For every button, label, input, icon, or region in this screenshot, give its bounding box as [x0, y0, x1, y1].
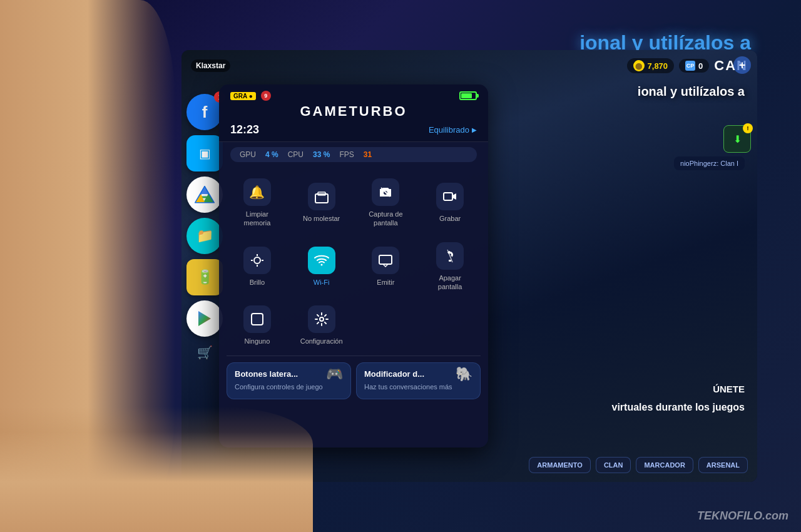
cast-label: Emitir [377, 278, 394, 287]
control-none[interactable]: Ninguno [227, 299, 288, 350]
cp-display: CP 0 [679, 59, 709, 73]
control-screen-off[interactable]: Apagarpantalla [419, 236, 481, 297]
gpu-label: GPU [240, 150, 256, 159]
side-buttons-icon: 🎮 [326, 366, 343, 382]
play-store-icon [195, 309, 214, 328]
control-no-disturb[interactable]: No molestar [291, 172, 352, 233]
cp-value: 0 [698, 61, 703, 71]
game-hud-bottom: ARMAMENTO CLAN MARCADOR ARSENAL [181, 448, 757, 482]
svg-point-42 [320, 317, 324, 321]
download-icon: ⬇ [733, 133, 742, 145]
control-screenshot[interactable]: Captura depantalla [355, 172, 417, 233]
virtual-text: virtuales durante los juegos [612, 402, 745, 413]
svg-rect-29 [444, 193, 452, 200]
gt-topbar: GRA ● 9 [230, 91, 477, 101]
app-google-drive[interactable] [186, 176, 223, 213]
side-buttons-desc: Configura controles de juego [235, 382, 343, 392]
cpu-value: 33 % [313, 150, 330, 159]
record-label: Grabar [439, 214, 461, 223]
control-wifi[interactable]: Wi-Fi [291, 236, 352, 297]
brightness-icon [243, 247, 271, 274]
control-record[interactable]: Grabar [419, 172, 481, 233]
gpu-value: 4 % [265, 150, 278, 159]
plus-button[interactable]: + [733, 56, 751, 74]
modifier-title: Modificador d... [364, 369, 424, 379]
gt-logo: GAMETURBO [300, 103, 407, 120]
svg-point-31 [254, 257, 260, 263]
gra-badge: GRA ● [230, 92, 256, 100]
hud-btn-marcador[interactable]: MARCADOR [636, 457, 693, 473]
svg-rect-37 [379, 255, 392, 264]
gt-separator [227, 356, 481, 356]
cpu-label: CPU [288, 150, 304, 159]
app-folder[interactable]: 📁 [186, 218, 223, 254]
gameturbo-panel: GRA ● 9 GAMETURBO 12:23 Equilibrado ▶ [219, 84, 488, 448]
store-icon[interactable]: 🛒 [186, 342, 223, 363]
wifi-label: Wi-Fi [314, 278, 330, 287]
game-hud-top: Klaxstar ⬤ 7,870 CP 0 CAN [181, 50, 757, 81]
fps-value: 31 [364, 150, 372, 159]
gt-card-modifier[interactable]: Modificador d... 🐘 Haz tus conversacione… [356, 362, 481, 399]
coins-value: 7,870 [648, 61, 668, 71]
app-battery[interactable]: 🔋 [186, 259, 223, 295]
gt-battery-area [459, 91, 477, 100]
modifier-icon: 🐘 [456, 366, 472, 382]
watermark-domain: .com [762, 509, 788, 522]
phone-screen: + Klaxstar ⬤ 7,870 CP 0 CAN ional y util… [181, 50, 757, 482]
svg-point-36 [320, 263, 322, 265]
watermark-brand: TEKNOFILO [697, 509, 762, 522]
clan-info: nioPhingerz: Clan I [674, 156, 745, 170]
gt-mini-stats: GRA ● 9 [230, 91, 271, 101]
join-label[interactable]: ÚNETE [713, 384, 745, 394]
drive-icon [195, 186, 215, 203]
klaxstar-label: Klaxstar [191, 59, 230, 72]
modifier-desc: Haz tus conversaciones más [364, 382, 472, 392]
none-icon [243, 305, 271, 333]
fps-label: FPS [339, 150, 354, 159]
coin-icon: ⬤ [633, 60, 645, 71]
folder-icon: 📁 [196, 228, 213, 244]
battery-fill [461, 93, 472, 98]
app-facebook[interactable]: f 1 [186, 94, 223, 130]
hud-btn-arsenal[interactable]: ARSENAL [698, 457, 748, 473]
gt-subtitle-row: 12:23 Equilibrado ▶ [230, 123, 477, 136]
control-cast[interactable]: Emitir [355, 236, 417, 297]
control-brightness[interactable]: Brillo [227, 236, 288, 297]
clear-memory-icon: 🔔 [243, 178, 271, 206]
screen-off-icon [436, 242, 464, 270]
brightness-label: Brillo [250, 278, 265, 287]
app-blue-square[interactable]: ▣ [186, 135, 223, 171]
control-config[interactable]: Configuración [291, 299, 352, 350]
gt-title-row: GAMETURBO [230, 103, 477, 120]
screenshot-label: Captura depantalla [369, 210, 402, 228]
facebook-letter: f [202, 103, 208, 122]
gt-mode-display[interactable]: Equilibrado ▶ [429, 125, 477, 135]
gt-card-side-buttons[interactable]: Botones latera... 🎮 Configura controles … [227, 362, 351, 399]
side-buttons-title: Botones latera... [235, 369, 298, 379]
download-indicator[interactable]: ⬇ ! [723, 125, 751, 153]
screenshot-icon [372, 178, 399, 206]
mode-arrow: ▶ [472, 126, 477, 133]
gt-mode-label: Equilibrado [429, 125, 469, 135]
hud-btn-armamento[interactable]: ARMAMENTO [529, 457, 591, 473]
no-disturb-icon [308, 183, 335, 210]
download-badge: ! [743, 123, 753, 133]
clear-memory-label: Limpiarmemoria [243, 210, 270, 228]
notif-9-badge: 9 [261, 91, 271, 101]
config-label: Configuración [300, 337, 343, 345]
gt-controls-grid: 🔔 Limpiarmemoria No molestar [219, 167, 488, 356]
gt-stats-bar: GPU 4 % CPU 33 % FPS 31 [230, 147, 477, 162]
battery-icon-emoji: 🔋 [196, 269, 213, 285]
gt-time: 12:23 [230, 123, 259, 136]
cp-icon: CP [685, 61, 695, 71]
config-icon [308, 305, 335, 333]
watermark: TEKNOFILO.com [697, 509, 788, 523]
hud-btn-clan[interactable]: CLAN [596, 457, 631, 473]
app-play-store[interactable] [186, 300, 223, 337]
control-clear-memory[interactable]: 🔔 Limpiarmemoria [227, 172, 288, 233]
battery-indicator [459, 91, 477, 100]
cast-icon [372, 247, 399, 274]
screen-off-label: Apagarpantalla [438, 274, 462, 292]
svg-rect-39 [449, 260, 451, 262]
none-label: Ninguno [244, 337, 270, 345]
